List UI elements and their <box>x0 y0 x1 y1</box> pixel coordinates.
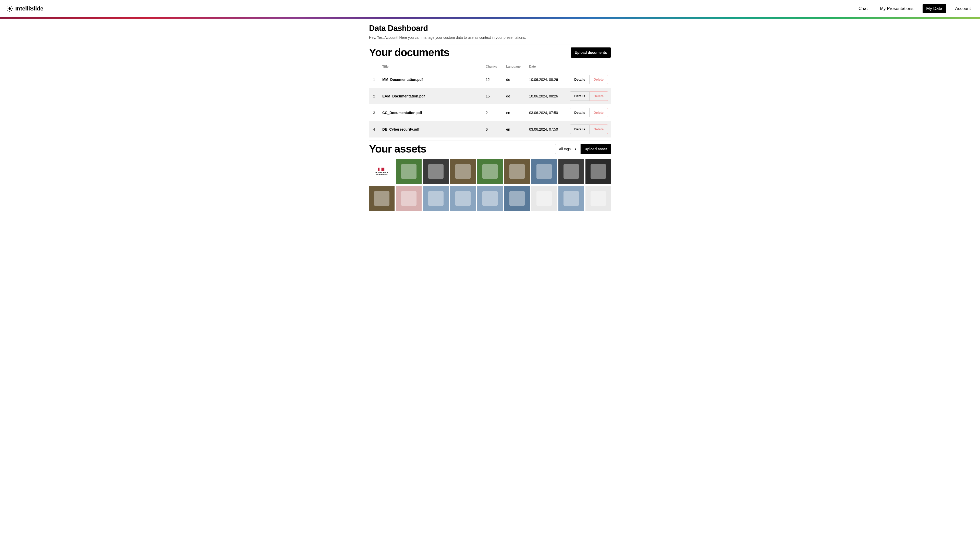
image-placeholder-icon <box>536 164 552 179</box>
cell-language: en <box>503 104 526 121</box>
asset-grid: HOCHSCHULEDER MEDIEN <box>369 159 611 211</box>
asset-tile[interactable] <box>585 186 611 211</box>
delete-button[interactable]: Delete <box>590 108 608 118</box>
col-language: Language <box>503 62 526 71</box>
image-placeholder-icon <box>563 191 579 206</box>
details-button[interactable]: Details <box>570 91 590 101</box>
asset-tile[interactable] <box>531 186 557 211</box>
image-placeholder-icon <box>428 164 444 179</box>
asset-tile[interactable] <box>423 186 449 211</box>
cell-chunks: 12 <box>483 71 503 88</box>
tag-filter-label: All tags <box>559 147 571 151</box>
nav-link-account[interactable]: Account <box>952 4 974 13</box>
page-subtitle: Hey, Test Account! Here you can manage y… <box>369 35 611 40</box>
cell-idx: 1 <box>369 71 379 88</box>
cell-actions: DetailsDelete <box>567 88 611 104</box>
documents-table: Title Chunks Language Date 1 MM_Document… <box>369 62 611 138</box>
table-row: 1 MM_Documentation.pdf 12 de 10.06.2024,… <box>369 71 611 88</box>
asset-tile[interactable] <box>504 186 530 211</box>
cell-idx: 2 <box>369 88 379 104</box>
cell-actions: DetailsDelete <box>567 71 611 88</box>
asset-tile[interactable] <box>396 159 422 184</box>
details-button[interactable]: Details <box>570 124 590 134</box>
upload-documents-button[interactable]: Upload documents <box>571 48 611 58</box>
asset-tile[interactable] <box>477 159 503 184</box>
asset-tile[interactable] <box>477 186 503 211</box>
asset-tile[interactable] <box>369 186 395 211</box>
assets-section-header: Your assets All tags ▼ Upload asset <box>369 143 611 155</box>
delete-button[interactable]: Delete <box>590 75 608 84</box>
col-title: Title <box>379 62 483 71</box>
upload-asset-button[interactable]: Upload asset <box>581 144 611 154</box>
table-row: 4 DE_Cybersecurity.pdf 6 en 03.06.2024, … <box>369 121 611 138</box>
top-nav: IntelliSlide Chat My Presentations My Da… <box>0 0 980 17</box>
image-placeholder-icon <box>482 191 498 206</box>
cell-actions: DetailsDelete <box>567 121 611 138</box>
cell-actions: DetailsDelete <box>567 104 611 121</box>
table-row: 3 CC_Documentation.pdf 2 en 03.06.2024, … <box>369 104 611 121</box>
nav-link-my-presentations[interactable]: My Presentations <box>877 4 916 13</box>
cell-idx: 4 <box>369 121 379 138</box>
image-placeholder-icon <box>509 164 525 179</box>
nav-link-my-data[interactable]: My Data <box>923 4 946 13</box>
delete-button[interactable]: Delete <box>590 91 608 101</box>
tag-filter-dropdown[interactable]: All tags ▼ <box>555 144 581 154</box>
image-placeholder-icon <box>509 191 525 206</box>
asset-tile[interactable] <box>504 159 530 184</box>
cell-chunks: 15 <box>483 88 503 104</box>
col-date: Date <box>526 62 567 71</box>
cell-chunks: 2 <box>483 104 503 121</box>
col-chunks: Chunks <box>483 62 503 71</box>
documents-heading: Your documents <box>369 46 449 59</box>
col-actions <box>567 62 611 71</box>
brand-gear-icon <box>6 5 13 12</box>
col-idx <box>369 62 379 71</box>
image-placeholder-icon <box>482 164 498 179</box>
details-button[interactable]: Details <box>570 75 590 84</box>
cell-date: 03.06.2024, 07:50 <box>526 104 567 121</box>
image-placeholder-icon <box>401 164 417 179</box>
cell-date: 10.06.2024, 08:26 <box>526 88 567 104</box>
cell-title: EAM_Documentation.pdf <box>379 88 483 104</box>
divider <box>369 44 611 44</box>
brand-text: IntelliSlide <box>15 5 43 12</box>
asset-tile[interactable] <box>558 159 584 184</box>
documents-section-header: Your documents Upload documents <box>369 46 611 59</box>
cell-language: de <box>503 71 526 88</box>
asset-tile[interactable] <box>450 186 476 211</box>
image-placeholder-icon <box>536 191 552 206</box>
logo-group[interactable]: IntelliSlide <box>6 5 43 12</box>
cell-language: en <box>503 121 526 138</box>
image-placeholder-icon <box>590 164 606 179</box>
asset-tile[interactable] <box>585 159 611 184</box>
asset-tile[interactable] <box>396 186 422 211</box>
nav-links: Chat My Presentations My Data Account <box>856 4 974 13</box>
cell-chunks: 6 <box>483 121 503 138</box>
asset-tile[interactable] <box>423 159 449 184</box>
details-button[interactable]: Details <box>570 108 590 118</box>
cell-title: DE_Cybersecurity.pdf <box>379 121 483 138</box>
asset-tile[interactable] <box>450 159 476 184</box>
image-placeholder-icon <box>455 164 471 179</box>
image-placeholder-icon <box>374 191 390 206</box>
image-placeholder-icon <box>563 164 579 179</box>
caret-down-icon: ▼ <box>574 148 577 151</box>
delete-button[interactable]: Delete <box>590 124 608 134</box>
asset-tile[interactable] <box>531 159 557 184</box>
cell-language: de <box>503 88 526 104</box>
cell-idx: 3 <box>369 104 379 121</box>
cell-date: 10.06.2024, 08:26 <box>526 71 567 88</box>
image-placeholder-icon <box>401 191 417 206</box>
cell-title: MM_Documentation.pdf <box>379 71 483 88</box>
table-row: 2 EAM_Documentation.pdf 15 de 10.06.2024… <box>369 88 611 104</box>
image-placeholder-icon <box>455 191 471 206</box>
image-placeholder-icon <box>590 191 606 206</box>
asset-tile[interactable]: HOCHSCHULEDER MEDIEN <box>369 159 395 184</box>
image-placeholder-icon <box>428 191 444 206</box>
assets-controls: All tags ▼ Upload asset <box>555 144 611 154</box>
nav-link-chat[interactable]: Chat <box>856 4 871 13</box>
asset-tile[interactable] <box>558 186 584 211</box>
main-content: Data Dashboard Hey, Test Account! Here y… <box>369 19 611 221</box>
assets-heading: Your assets <box>369 143 426 155</box>
cell-date: 03.06.2024, 07:50 <box>526 121 567 138</box>
